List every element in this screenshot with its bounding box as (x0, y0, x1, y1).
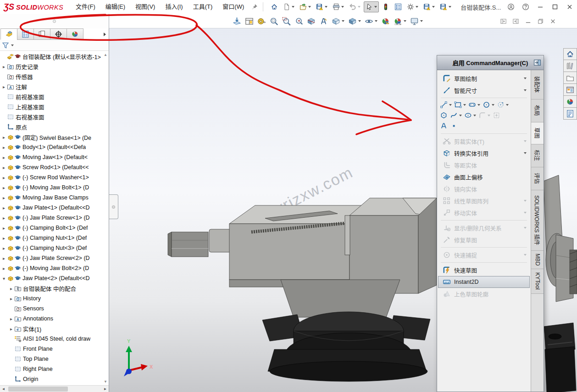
expand-arrow[interactable]: ▸ (1, 84, 7, 89)
offset-on-surface-command[interactable]: 曲面上偏移 (438, 171, 530, 183)
tree-item-16[interactable]: ▸(-) Jaw Plate Screw<1> (D (0, 213, 109, 223)
tree-item-31[interactable]: Right Plane (0, 364, 109, 374)
panel-tab-7[interactable]: KYTool (531, 269, 544, 294)
tree-item-24[interactable]: ▸History (0, 293, 109, 304)
shaded-sketch-contours-command[interactable]: 上色草图轮廓 (438, 288, 530, 300)
expand-arrow[interactable]: ▸ (8, 316, 14, 321)
rapid-sketch-command[interactable]: 快速草图 (438, 264, 530, 276)
tabs-overflow-icon[interactable] (104, 33, 106, 36)
dropdown-caret[interactable] (524, 212, 527, 214)
menu-item-0[interactable]: 文件(F) (71, 0, 100, 14)
save-warning-button[interactable] (422, 1, 437, 12)
home-tab-button[interactable] (563, 48, 577, 60)
tree-item-9[interactable]: ▸Body<1> (Default<<Defa (0, 142, 109, 152)
section-view-button[interactable] (306, 17, 316, 26)
tree-item-15[interactable]: ▸Jaw Plate<1> (Default<<D (0, 203, 109, 213)
expand-arrow[interactable]: ▸ (1, 145, 7, 150)
scroll-right-icon[interactable]: ► (102, 387, 109, 391)
dropdown-caret[interactable] (492, 104, 494, 106)
dropdown-caret[interactable] (524, 200, 527, 202)
previous-view-button[interactable] (294, 17, 304, 26)
tree-item-27[interactable]: ▸实体(1) (0, 324, 109, 334)
clamp-part[interactable] (544, 323, 576, 392)
dropdown-caret[interactable] (404, 20, 406, 22)
dropdown-caret[interactable] (341, 6, 344, 8)
corner-rectangle-tool-button[interactable] (454, 101, 466, 109)
dropdown-caret[interactable] (524, 227, 527, 229)
panel-tab-5[interactable]: SOLIDWORKS 插件 (531, 190, 544, 251)
expand-arrow[interactable]: ▸ (1, 64, 7, 69)
tab-dimxpertmanager[interactable] (50, 28, 67, 40)
dropdown-caret[interactable] (374, 6, 377, 8)
jaw-plate[interactable] (345, 215, 350, 255)
expand-arrow[interactable]: ▸ (1, 226, 7, 231)
tree-item-6[interactable]: 右视基准面 (0, 112, 109, 122)
close-button[interactable] (562, 0, 577, 14)
hide-show-items-button[interactable] (364, 17, 378, 26)
account-button[interactable] (504, 0, 518, 14)
expand-arrow[interactable]: ▸ (8, 286, 14, 291)
tree-item-3[interactable]: ▸注解 (0, 82, 109, 92)
quick-snaps-command[interactable]: 快速捕捉 (438, 249, 530, 261)
fixed-jaw-body[interactable] (345, 198, 437, 293)
panel-splitter-handle[interactable] (109, 194, 118, 219)
save-warning-alt-button[interactable] (438, 1, 453, 12)
custom-properties-button[interactable] (563, 108, 577, 120)
tree-item-10[interactable]: ▸Moving Jaw<1> (Default< (0, 152, 109, 162)
tree-item-22[interactable]: ▾Jaw Plate<2> (Default<<D (0, 273, 109, 283)
edit-appearance-button[interactable] (380, 17, 391, 26)
tree-item-28[interactable]: AISI 1045 Steel, cold draw (0, 334, 109, 344)
expand-arrow[interactable]: ▾ (1, 276, 7, 281)
panel-tab-3[interactable]: 标注 (531, 144, 544, 167)
dropdown-caret[interactable] (524, 77, 527, 79)
expand-arrow[interactable]: ▸ (1, 195, 7, 200)
tree-item-23[interactable]: ▸台钳装配体 中的配合 (0, 283, 109, 293)
scrollbar-thumb[interactable] (8, 386, 68, 392)
dropdown-caret[interactable] (524, 140, 527, 142)
options-list-button[interactable] (393, 1, 404, 12)
design-library-button[interactable] (563, 60, 577, 72)
tree-item-1[interactable]: ▸历史记录 (0, 61, 109, 72)
expand-arrow[interactable]: ▸ (8, 326, 14, 331)
expand-arrow[interactable]: ▸ (8, 296, 14, 301)
zoom-area-button[interactable] (281, 17, 292, 26)
pane-previous-button[interactable] (499, 17, 507, 25)
trim-entities-command[interactable]: 剪裁实体(T) (438, 135, 530, 147)
settings-gear-button[interactable] (405, 1, 420, 12)
expand-arrow[interactable]: ▸ (1, 256, 7, 261)
expand-arrow[interactable]: ▸ (1, 246, 7, 251)
print-button[interactable] (331, 1, 346, 12)
dropdown-caret[interactable] (11, 44, 14, 46)
dropdown-caret[interactable] (416, 6, 418, 8)
dock-panel-icon[interactable] (533, 59, 541, 66)
scroll-left-icon[interactable]: ◄ (0, 387, 7, 391)
dropdown-caret[interactable] (524, 152, 527, 154)
tree-item-2[interactable]: 传感器 (0, 72, 109, 82)
dropdown-caret[interactable] (463, 104, 466, 106)
panel-tab-0[interactable]: 装配体 (531, 70, 544, 99)
apply-scene-button[interactable] (393, 17, 407, 26)
circle-tool-button[interactable] (483, 101, 494, 109)
measure-button[interactable] (256, 17, 267, 26)
ellipse-tool-button[interactable] (464, 111, 476, 119)
viewport-pane-button[interactable] (244, 17, 255, 26)
tree-item-20[interactable]: ▸(-) Jaw Plate Screw<2> (D (0, 253, 109, 263)
expand-arrow[interactable]: ▸ (1, 215, 7, 221)
tree-item-19[interactable]: ▸(-) Clamping Nut<3> (Def (0, 243, 109, 253)
tree-filter-bar[interactable] (0, 40, 109, 51)
tree-item-26[interactable]: ▸Annotations (0, 314, 109, 324)
repair-sketch-command[interactable]: 修复草图 (438, 234, 530, 246)
tab-featuremanager[interactable] (0, 28, 17, 40)
instant2d-command[interactable]: Instant2D (438, 276, 530, 288)
commandmanager-title-bar[interactable]: 启用 CommandManager(C) (437, 55, 544, 70)
tree-item-11[interactable]: ▸Screw Rod<1> (Default<< (0, 162, 109, 172)
polygon-tool-button[interactable] (440, 111, 448, 119)
menu-item-3[interactable]: 插入(I) (160, 0, 188, 14)
tree-item-25[interactable]: Sensors (0, 304, 109, 314)
point-tool-button[interactable] (450, 122, 458, 130)
expand-arrow[interactable]: ▸ (1, 266, 7, 271)
rebuild-button[interactable] (380, 1, 391, 12)
mirror-entities-command[interactable]: 镜向实体 (438, 183, 530, 195)
menu-item-2[interactable]: 视图(V) (130, 0, 160, 14)
normal-to-button[interactable] (232, 17, 242, 26)
